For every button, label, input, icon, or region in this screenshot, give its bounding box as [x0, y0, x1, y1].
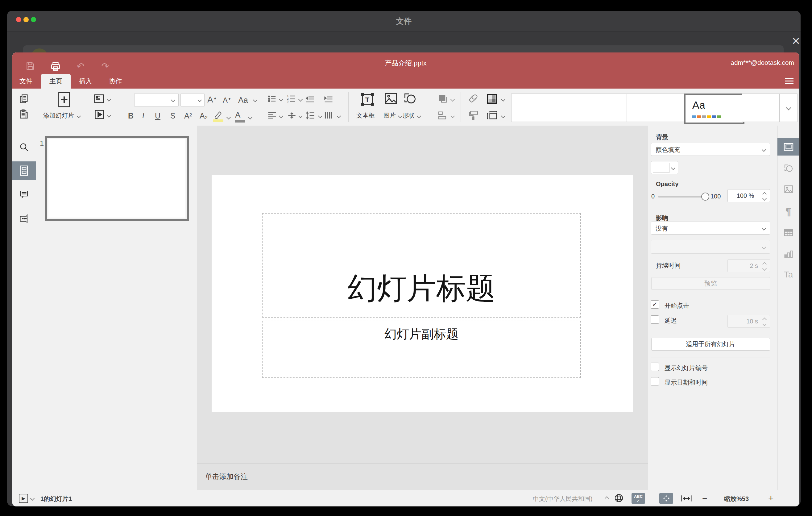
show-slide-number-checkbox[interactable]	[651, 363, 659, 371]
spellcheck-icon[interactable]: ABC ✓	[632, 493, 645, 504]
effect-select[interactable]: 没有	[651, 222, 770, 234]
slide-settings-icon[interactable]	[778, 138, 799, 155]
image-settings-icon[interactable]	[778, 180, 799, 198]
horizontal-align-icon[interactable]	[267, 111, 277, 120]
font-color-icon[interactable]: A	[235, 110, 245, 122]
theme-slot-selected[interactable]: Aa	[684, 93, 745, 124]
vertical-align-chevron[interactable]	[298, 114, 303, 118]
theme-slot-2[interactable]	[569, 93, 627, 122]
copy-style-icon[interactable]	[468, 110, 479, 121]
align-shape-icon[interactable]	[437, 110, 448, 121]
opacity-slider-track[interactable]	[658, 196, 704, 198]
slide-layout-chevron[interactable]	[107, 97, 111, 102]
slides-panel-icon[interactable]	[12, 162, 36, 180]
font-size-combo[interactable]	[180, 93, 205, 107]
language-selector[interactable]: 中文(中华人民共和国)	[533, 495, 592, 503]
opacity-slider-thumb[interactable]	[701, 193, 709, 201]
slide-layout-icon[interactable]	[93, 93, 105, 105]
paragraph-settings-icon[interactable]: ¶	[778, 203, 799, 220]
apply-to-all-slides-button[interactable]: 适用于所有幻灯片	[651, 338, 770, 351]
paste-icon[interactable]	[19, 109, 29, 119]
slide[interactable]: 幻灯片标题 幻灯片副标题	[212, 175, 633, 412]
numbered-list-chevron[interactable]	[298, 97, 303, 102]
change-case-chevron[interactable]	[253, 98, 257, 102]
show-date-time-checkbox[interactable]	[651, 377, 659, 385]
tab-home[interactable]: 主页	[41, 74, 71, 89]
set-language-globe-icon[interactable]	[614, 493, 624, 503]
arrange-shape-icon[interactable]	[437, 93, 448, 104]
theme-slot-3[interactable]	[627, 93, 685, 122]
chart-settings-icon[interactable]	[778, 245, 799, 263]
theme-colors-icon[interactable]	[487, 93, 497, 104]
slide-thumbnail[interactable]	[45, 136, 189, 221]
bullet-list-chevron[interactable]	[279, 97, 283, 102]
horizontal-align-chevron[interactable]	[279, 114, 283, 118]
start-slideshow-status-icon[interactable]: ▶	[19, 494, 28, 503]
theme-colors-chevron[interactable]	[501, 97, 505, 102]
arrange-shape-chevron[interactable]	[451, 97, 455, 102]
decrease-font-icon[interactable]: A▼	[223, 96, 231, 105]
bold-icon[interactable]: B	[128, 111, 134, 120]
textbox-button[interactable]: 文本框	[356, 111, 375, 120]
shape-settings-icon[interactable]	[778, 160, 799, 177]
opacity-spinner[interactable]: 100 %	[727, 189, 770, 202]
notes-area[interactable]: 单击添加备注	[197, 463, 648, 490]
columns-icon[interactable]	[324, 111, 334, 120]
copy-icon[interactable]	[19, 93, 29, 104]
slide-canvas[interactable]: 幻灯片标题 幻灯片副标题	[197, 125, 648, 463]
line-spacing-chevron[interactable]	[318, 114, 322, 118]
menu-icon[interactable]	[784, 76, 795, 86]
align-shape-chevron[interactable]	[451, 114, 455, 118]
start-on-click-checkbox[interactable]: ✓	[651, 300, 659, 309]
change-case-icon[interactable]: Aa	[238, 95, 248, 105]
start-slideshow-icon[interactable]	[94, 109, 105, 120]
start-slideshow-chevron[interactable]	[107, 113, 111, 118]
tab-file[interactable]: 文件	[11, 74, 41, 89]
slideshow-mode-chevron[interactable]	[30, 496, 34, 500]
search-icon[interactable]	[12, 138, 36, 156]
font-name-combo[interactable]	[134, 93, 179, 107]
chat-icon[interactable]	[12, 209, 36, 227]
close-icon[interactable]: ✕	[788, 34, 804, 48]
underline-icon[interactable]: U	[155, 111, 161, 120]
strikethrough-icon[interactable]: S	[170, 111, 176, 120]
delay-checkbox[interactable]	[651, 315, 659, 324]
theme-slot-4[interactable]	[742, 93, 780, 122]
slide-subtitle-placeholder[interactable]: 幻灯片副标题	[262, 321, 581, 378]
background-color-swatch[interactable]	[651, 161, 678, 174]
superscript-icon[interactable]: A²	[184, 111, 192, 120]
add-slide-button[interactable]: 添加幻灯片	[43, 111, 80, 120]
line-spacing-icon[interactable]	[306, 111, 315, 120]
tab-collaboration[interactable]: 协作	[100, 74, 130, 89]
slide-size-icon[interactable]	[487, 110, 498, 121]
slide-size-chevron[interactable]	[501, 114, 505, 118]
vertical-align-icon[interactable]	[288, 111, 296, 120]
increase-font-icon[interactable]: A▲	[207, 95, 217, 105]
comments-icon[interactable]	[12, 185, 36, 203]
table-settings-icon[interactable]	[778, 224, 799, 241]
subscript-icon[interactable]: A₂	[200, 111, 208, 120]
fit-slide-icon[interactable]	[659, 493, 673, 504]
image-icon[interactable]	[384, 92, 398, 105]
add-slide-icon[interactable]	[58, 91, 71, 108]
zoom-in-button[interactable]: +	[768, 493, 774, 503]
font-color-chevron[interactable]	[248, 115, 252, 119]
zoom-out-button[interactable]: −	[702, 493, 707, 503]
decrease-indent-icon[interactable]	[305, 94, 315, 104]
slide-title-placeholder[interactable]: 幻灯片标题	[262, 213, 581, 318]
italic-icon[interactable]: I	[142, 111, 144, 120]
language-chevron[interactable]	[605, 496, 609, 500]
shape-icon[interactable]	[403, 92, 417, 105]
highlight-color-chevron[interactable]	[227, 115, 231, 119]
highlight-color-icon[interactable]	[213, 110, 223, 122]
bullet-list-icon[interactable]	[267, 94, 277, 104]
textbox-icon[interactable]: T	[360, 91, 375, 108]
tab-insert[interactable]: 插入	[71, 74, 100, 89]
columns-chevron[interactable]	[337, 114, 341, 118]
theme-slot-1[interactable]	[511, 93, 570, 122]
shape-button[interactable]: 形状	[402, 111, 420, 120]
clear-style-icon[interactable]	[468, 93, 479, 104]
increase-indent-icon[interactable]	[323, 94, 334, 104]
textart-settings-icon[interactable]: Ta	[778, 266, 799, 283]
background-fill-select[interactable]: 颜色填充	[651, 143, 770, 156]
